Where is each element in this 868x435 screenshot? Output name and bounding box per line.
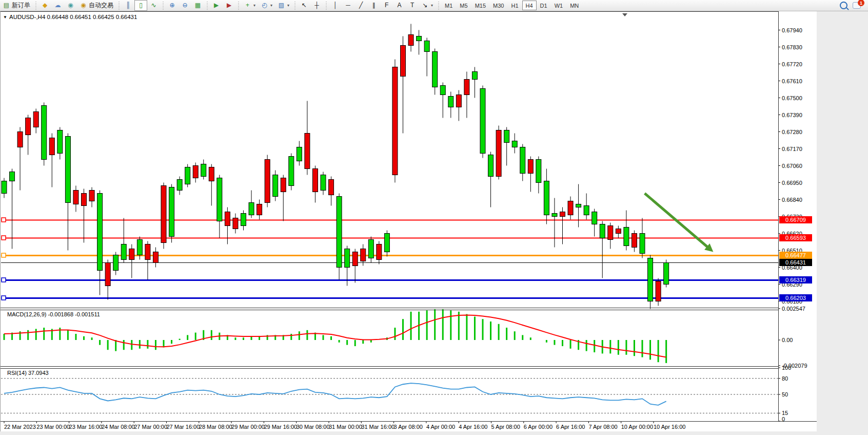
horizontal-line-button[interactable]: ─ bbox=[342, 0, 354, 11]
indicators-button[interactable]: +▾ bbox=[241, 0, 258, 11]
price-tag-value: 0.66431 bbox=[785, 259, 806, 266]
arrows-tool-button[interactable]: ↘▾ bbox=[419, 0, 436, 11]
zoom-out-icon: ⊖ bbox=[181, 2, 189, 9]
chart-shift-button[interactable]: ▶ bbox=[223, 0, 235, 11]
text-label-button[interactable]: T bbox=[406, 0, 419, 11]
templates-button[interactable]: ▧▾ bbox=[275, 0, 292, 11]
insert-group: +▾◴▾▧▾ bbox=[241, 0, 292, 11]
dropdown-caret-icon[interactable]: ▾ bbox=[270, 3, 272, 8]
time-tick-label: 6 Apr 00:00 bbox=[524, 424, 553, 430]
toolbar-separator bbox=[324, 2, 328, 10]
crosshair-button[interactable]: ┼ bbox=[310, 0, 323, 11]
hline-marker[interactable] bbox=[2, 278, 6, 282]
rsi-axis-label: 50 bbox=[782, 391, 788, 398]
auto-scroll-icon: ▶ bbox=[212, 2, 220, 9]
periods-icon: ◴ bbox=[261, 2, 268, 9]
chart-window[interactable]: 0.679400.678300.677200.676100.675000.673… bbox=[0, 11, 817, 431]
price-tick-label: 0.67280 bbox=[782, 129, 802, 135]
cursor-icon: ↖ bbox=[300, 2, 308, 9]
time-tick-label: 28 Mar 08:00 bbox=[199, 424, 232, 430]
timeframe-h1[interactable]: H1 bbox=[507, 1, 522, 10]
dropdown-caret-icon[interactable]: ▾ bbox=[431, 3, 433, 8]
rsi-axis-label: 100 bbox=[782, 365, 791, 371]
price-tick-label: 0.67170 bbox=[782, 146, 802, 152]
rsi-axis-label: 15 bbox=[782, 410, 788, 416]
candlestick-chart-icon: ▯ bbox=[137, 2, 145, 9]
time-tick-label: 4 Apr 16:00 bbox=[459, 424, 487, 430]
time-tick-label: 24 Mar 08:00 bbox=[102, 424, 135, 430]
vertical-line-icon: │ bbox=[331, 2, 339, 9]
time-tick-label: 31 Mar 00:00 bbox=[329, 424, 362, 430]
chart-menu-icon: ▼ bbox=[3, 15, 7, 20]
dropdown-caret-icon[interactable]: ▾ bbox=[253, 3, 255, 8]
time-tick-label: 6 Apr 16:00 bbox=[556, 424, 585, 430]
equidistant-channel-button[interactable]: ∥ bbox=[367, 0, 380, 11]
crosshair-icon: ┼ bbox=[313, 2, 321, 9]
time-tick-label: 29 Mar 00:00 bbox=[231, 424, 265, 430]
text-label-icon: T bbox=[408, 2, 416, 9]
timeframe-m1[interactable]: M1 bbox=[441, 1, 456, 10]
toolbar-right-icons: 1 bbox=[840, 2, 868, 9]
timeframe-d1[interactable]: D1 bbox=[537, 1, 551, 10]
toolbar-separator bbox=[236, 2, 240, 10]
signals-button[interactable]: ◉ bbox=[64, 0, 77, 11]
candlestick-chart-button[interactable]: ▯ bbox=[134, 0, 147, 11]
zoom-in-button[interactable]: ⊕ bbox=[166, 0, 179, 11]
scroll-group: ▶▶ bbox=[210, 0, 235, 11]
periods-button[interactable]: ◴▾ bbox=[258, 0, 275, 11]
time-tick-label: 7 Apr 08:00 bbox=[588, 424, 617, 430]
hline-marker[interactable] bbox=[2, 236, 6, 240]
cursor-button[interactable]: ↖ bbox=[298, 0, 310, 11]
price-tag-value: 0.66709 bbox=[785, 217, 806, 223]
trendline-button[interactable]: ╱ bbox=[354, 0, 367, 11]
time-tick-label: 27 Mar 00:00 bbox=[134, 424, 167, 430]
hline-marker[interactable] bbox=[2, 296, 6, 300]
text-button[interactable]: A bbox=[393, 0, 406, 11]
main-toolbar: ▤新订单◆☁◉◉自动交易║▯∿⊕⊖▦▶▶+▾◴▾▧▾↖┼│─╱∥FAT↘▾M1M… bbox=[0, 0, 868, 11]
new-order-button[interactable]: ▤新订单 bbox=[0, 0, 33, 11]
deposit-icon-button[interactable]: ◆ bbox=[38, 0, 51, 11]
chart-canvas[interactable]: 0.679400.678300.677200.676100.675000.673… bbox=[0, 11, 817, 431]
tile-windows-icon: ▦ bbox=[194, 2, 202, 9]
zoom-out-button[interactable]: ⊖ bbox=[179, 0, 191, 11]
time-tick-label: 3 Apr 08:00 bbox=[394, 424, 423, 430]
bar-chart-button[interactable]: ║ bbox=[122, 0, 134, 11]
price-tick-label: 0.66840 bbox=[782, 197, 802, 203]
rsi-label: RSI(14) 37.0943 bbox=[7, 370, 49, 376]
notifications-icon[interactable]: 1 bbox=[853, 2, 861, 9]
tile-windows-button[interactable]: ▦ bbox=[191, 0, 204, 11]
timeframe-m15[interactable]: M15 bbox=[471, 1, 489, 10]
line-chart-button[interactable]: ∿ bbox=[147, 0, 160, 11]
fibonacci-button[interactable]: F bbox=[380, 0, 393, 11]
timeframe-mn[interactable]: MN bbox=[566, 1, 582, 10]
auto-trading-button[interactable]: ◉自动交易 bbox=[77, 0, 116, 11]
hline-marker[interactable] bbox=[2, 218, 6, 222]
price-tick-label: 0.67390 bbox=[782, 112, 802, 118]
account-cloud-button[interactable]: ☁ bbox=[51, 0, 64, 11]
equidistant-channel-icon: ∥ bbox=[370, 2, 378, 9]
fibonacci-icon: F bbox=[383, 2, 390, 9]
hline-marker[interactable] bbox=[2, 253, 6, 257]
horizontal-line-icon: ─ bbox=[344, 2, 352, 9]
rsi-axis-label: 80 bbox=[782, 375, 788, 382]
deposit-icon-icon: ◆ bbox=[41, 2, 49, 9]
trendline-icon: ╱ bbox=[357, 2, 365, 9]
arrows-tool-icon: ↘ bbox=[421, 2, 429, 9]
timeframe-m5[interactable]: M5 bbox=[456, 1, 471, 10]
timeframe-m30[interactable]: M30 bbox=[489, 1, 507, 10]
drawing-group: │─╱∥FAT↘▾ bbox=[329, 0, 436, 11]
vertical-line-button[interactable]: │ bbox=[329, 0, 342, 11]
dropdown-caret-icon[interactable]: ▾ bbox=[287, 3, 289, 8]
mt4-window: { "toolbar": { "groups": [ {"name":"orde… bbox=[0, 0, 868, 435]
price-tick-label: 0.67500 bbox=[782, 95, 802, 101]
price-tag-value: 0.66593 bbox=[785, 235, 806, 241]
search-icon[interactable] bbox=[840, 2, 847, 9]
toolbar-separator bbox=[205, 2, 209, 10]
account-cloud-icon: ☁ bbox=[54, 2, 62, 9]
time-tick-label: 10 Apr 00:00 bbox=[621, 424, 653, 430]
toolbar-separator bbox=[293, 2, 297, 10]
timeframe-w1[interactable]: W1 bbox=[551, 1, 567, 10]
price-tick-label: 0.67060 bbox=[782, 163, 802, 169]
auto-scroll-button[interactable]: ▶ bbox=[210, 0, 223, 11]
timeframe-h4[interactable]: H4 bbox=[522, 1, 537, 10]
